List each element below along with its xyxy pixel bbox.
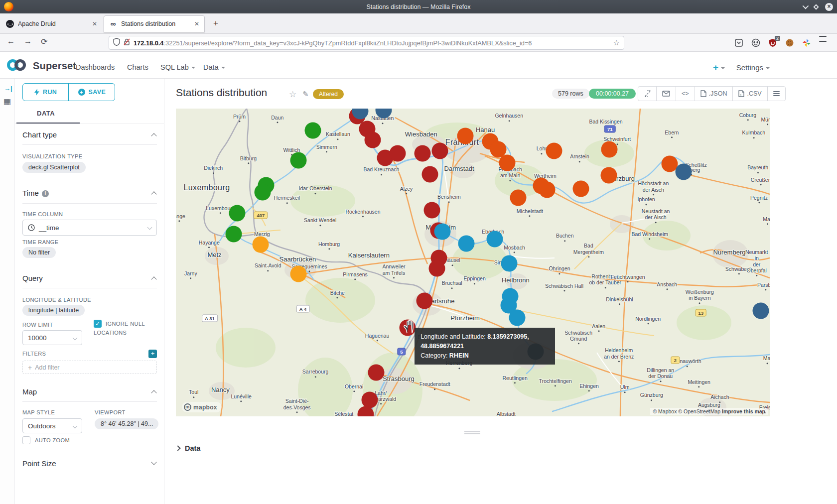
pinwheel-extension-icon[interactable] xyxy=(802,38,811,47)
viz-type-pill[interactable]: deck.gl Scatterplot xyxy=(22,162,86,173)
viewport-pill[interactable]: 8° 46' 45.28" | 49... xyxy=(95,418,158,429)
edit-pencil-icon[interactable]: ✎ xyxy=(302,90,309,99)
clock-icon xyxy=(28,224,35,231)
map-point[interactable] xyxy=(368,364,384,380)
map-point[interactable] xyxy=(290,152,306,169)
map-point[interactable] xyxy=(305,123,321,139)
add-filter-box[interactable]: +Add filter xyxy=(22,361,157,374)
auto-zoom-checkbox[interactable] xyxy=(22,436,30,444)
nav-dashboards[interactable]: Dashboards xyxy=(76,63,115,71)
ublock-icon[interactable]: 2 xyxy=(768,38,777,47)
map-point[interactable] xyxy=(364,132,381,148)
time-range-pill[interactable]: No filter xyxy=(22,247,56,258)
map-attribution[interactable]: © Mapbox © OpenStreetMap Improve this ma… xyxy=(650,408,768,415)
map-point[interactable] xyxy=(414,145,430,161)
chart-menu-button[interactable] xyxy=(768,87,785,101)
map-point[interactable] xyxy=(417,292,433,309)
url-field[interactable]: 172.18.0.4:32251/superset/explore/?form_… xyxy=(109,36,624,50)
map-point[interactable] xyxy=(361,391,378,408)
map-point[interactable] xyxy=(432,143,448,159)
export-csv-button[interactable]: x .CSV xyxy=(733,87,767,101)
superset-brand[interactable]: Superset xyxy=(33,60,76,72)
map-point[interactable] xyxy=(434,223,451,240)
map-point[interactable] xyxy=(546,143,562,159)
map-point[interactable] xyxy=(229,205,245,222)
tab-close-icon[interactable]: ✕ xyxy=(92,20,97,27)
section-chart-type[interactable]: Chart type xyxy=(22,130,157,139)
add-filter-plus-button[interactable]: + xyxy=(148,350,157,358)
nav-sql-lab[interactable]: SQL Lab xyxy=(160,63,195,71)
map-point[interactable] xyxy=(253,236,269,252)
settings-menu[interactable]: Settings xyxy=(736,63,770,72)
email-button[interactable] xyxy=(657,87,676,101)
map-place-label: Hayange xyxy=(199,240,220,248)
window-maximize-icon[interactable] xyxy=(813,4,819,9)
resize-drag-handle[interactable] xyxy=(464,431,480,432)
altered-badge[interactable]: Altered xyxy=(313,89,344,99)
mask-extension-icon[interactable] xyxy=(751,38,760,47)
embed-code-button[interactable]: <> xyxy=(676,87,695,101)
map-point[interactable] xyxy=(429,260,445,276)
lock-insecure-icon[interactable] xyxy=(124,38,130,48)
share-link-button[interactable] xyxy=(638,87,657,101)
map-point[interactable] xyxy=(389,145,406,162)
save-button[interactable]: + SAVE xyxy=(69,84,115,101)
section-map[interactable]: Map xyxy=(22,387,157,396)
map-point[interactable] xyxy=(457,128,473,144)
expand-panel-icon[interactable]: →| xyxy=(4,85,12,92)
map-point[interactable] xyxy=(676,163,692,180)
add-new-button[interactable]: + xyxy=(713,62,725,73)
new-tab-button[interactable]: + xyxy=(213,18,218,28)
map-canvas[interactable]: m mapbox © Mapbox © OpenStreetMap Improv… xyxy=(176,109,770,416)
map-point[interactable] xyxy=(510,189,526,206)
cookie-extension-icon[interactable] xyxy=(785,38,794,47)
map-point[interactable] xyxy=(509,310,526,326)
map-point[interactable] xyxy=(255,184,271,201)
pocket-icon[interactable] xyxy=(734,38,743,47)
map-point[interactable] xyxy=(290,265,306,282)
lonlat-pill[interactable]: longitude | latitude xyxy=(22,305,85,316)
shield-icon[interactable] xyxy=(113,38,120,48)
row-limit-select[interactable]: 10000 xyxy=(22,330,82,345)
forward-icon[interactable]: → xyxy=(24,37,32,46)
tab-apache-druid[interactable]: Apache Druid ✕ xyxy=(1,15,102,32)
map-point[interactable] xyxy=(487,231,503,248)
window-close-icon[interactable]: × xyxy=(825,3,833,11)
ignore-null-checkbox[interactable]: ✓ xyxy=(94,320,102,328)
tab-stations-distribution[interactable]: ∞ Stations distribution ✕ xyxy=(104,15,205,32)
map-point[interactable] xyxy=(423,202,440,218)
map-point[interactable] xyxy=(422,166,438,182)
section-point-size[interactable]: Point Size xyxy=(22,459,157,468)
map-point[interactable] xyxy=(499,155,516,171)
map-point[interactable] xyxy=(600,167,617,184)
section-time[interactable]: Timei xyxy=(22,189,157,197)
reload-icon[interactable]: ⟳ xyxy=(41,37,47,46)
tab-close-icon[interactable]: ✕ xyxy=(194,20,199,27)
map-point[interactable] xyxy=(753,303,769,319)
map-point[interactable] xyxy=(601,141,618,158)
map-point[interactable] xyxy=(225,226,242,242)
map-point[interactable] xyxy=(539,181,556,198)
section-query[interactable]: Query xyxy=(22,274,157,282)
map-point[interactable] xyxy=(458,236,474,252)
run-button[interactable]: RUN xyxy=(23,84,68,101)
favorite-star-icon[interactable]: ☆ xyxy=(289,89,296,100)
nav-charts[interactable]: Charts xyxy=(127,63,148,71)
chevron-down-icon xyxy=(73,424,78,429)
bookmark-star-icon[interactable]: ☆ xyxy=(613,38,620,47)
superset-logo-icon[interactable] xyxy=(7,59,30,72)
tab-data[interactable]: DATA xyxy=(37,110,55,117)
mapbox-logo[interactable]: m mapbox xyxy=(182,402,222,412)
back-icon[interactable]: ← xyxy=(7,37,15,46)
nav-data[interactable]: Data xyxy=(203,63,225,71)
map-point[interactable] xyxy=(572,180,589,197)
map-style-select[interactable]: Outdoors xyxy=(22,418,82,433)
window-minimize-icon[interactable] xyxy=(803,3,809,9)
export-json-button[interactable]: .JSON xyxy=(695,87,733,101)
map-place-label: Neustadt an der Aisch xyxy=(642,208,670,223)
time-column-select[interactable]: __time xyxy=(22,220,157,236)
map-point[interactable] xyxy=(501,255,517,272)
menu-hamburger-icon[interactable] xyxy=(819,38,828,47)
data-panel-collapsed[interactable]: Data xyxy=(176,444,200,452)
dataset-grid-icon[interactable]: ▦ xyxy=(3,97,11,106)
